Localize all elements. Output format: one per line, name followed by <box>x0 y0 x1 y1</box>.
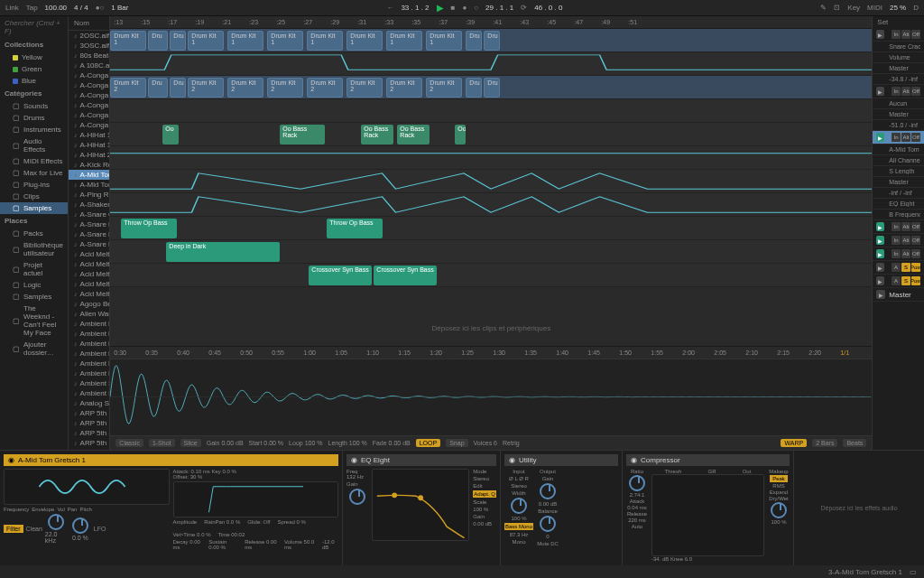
device-power-icon[interactable]: ◉ <box>351 456 357 464</box>
track-play-icon[interactable]: ▶ <box>876 87 884 96</box>
file-item[interactable]: ♪Ambient Encounters - C6.aif <box>69 368 109 378</box>
file-item[interactable]: ♪A-Snare Ludwig 1 X-Stick.aif <box>69 239 109 249</box>
file-item[interactable]: ♪A-HiHat 2 Closed B.aif <box>69 150 109 160</box>
clip[interactable]: Drum Kit 2 <box>267 78 303 98</box>
file-item[interactable]: ♪A-HiHat 1 Half Open A.aif <box>69 130 109 140</box>
clip[interactable]: Throw Op Bass <box>327 219 383 238</box>
category-item[interactable]: ▢Drums <box>0 112 68 124</box>
file-item[interactable]: ♪Acid Meltdown - C4.aif <box>69 279 109 289</box>
clip[interactable]: Drum Kit 1 <box>346 31 383 51</box>
file-item[interactable]: ♪Acid Meltdown - C1.aif <box>69 249 109 259</box>
file-item[interactable]: ♪3OSC.aif <box>69 41 109 51</box>
time-signature[interactable]: 4 / 4 <box>74 4 88 12</box>
track-header[interactable]: ▶6 Crossover Syn BassInAltOff <box>873 247 924 261</box>
place-item[interactable]: ▢The Weeknd - Can't Feel My Face <box>0 303 68 339</box>
clip[interactable]: Oo <box>162 125 179 144</box>
clip[interactable]: Crossover Syn Bass <box>374 266 437 285</box>
quantize-value[interactable]: 1 Bar <box>111 4 128 12</box>
clip[interactable]: Drum Kit 1 <box>267 31 303 51</box>
clip[interactable]: Drum Kit 2 <box>386 78 422 98</box>
return-track[interactable]: ▶A Reverb | CompressorASPost <box>873 261 924 275</box>
track-row[interactable]: Drum Kit 1DruDruDrum Kit 1Drum Kit 1Drum… <box>110 29 872 52</box>
clip[interactable]: Oo Bass Rack <box>280 125 325 144</box>
classic-tab[interactable]: Classic <box>116 439 143 447</box>
snap-toggle[interactable]: Snap <box>446 439 467 447</box>
clip[interactable]: Dru <box>466 78 482 98</box>
track-play-icon[interactable]: ▶ <box>876 30 884 39</box>
track-header[interactable]: ▶3 A-Mid Tom Gretsch 1InAltOff <box>873 131 924 144</box>
file-item[interactable]: ♪Ambient Shaker-80bpm.wav <box>69 378 109 388</box>
category-item[interactable]: ▢Instruments <box>0 124 68 135</box>
clip[interactable]: Drum Kit 1 <box>426 31 462 51</box>
file-item[interactable]: ♪A-Mid Tom Gretsch 1.aif <box>69 170 109 180</box>
arrangement-pos[interactable]: 29 . 1 . 1 <box>485 4 513 12</box>
clip[interactable]: Drum Kit 2 <box>110 78 146 98</box>
automation-icon[interactable]: ⊡ <box>834 4 840 12</box>
pencil-icon[interactable]: ✎ <box>820 4 827 12</box>
clip[interactable]: Throw Op Bass <box>121 219 177 238</box>
tempo-value[interactable]: 100.00 <box>45 4 67 12</box>
file-item[interactable]: ♪A-Snare Ludwig 1 A.aif <box>69 229 109 239</box>
play-button[interactable]: ▶ <box>437 3 444 13</box>
device-drop-zone[interactable]: Déposez ici les effets audio <box>794 451 924 565</box>
clip[interactable]: Dru <box>148 78 168 98</box>
file-item[interactable]: ♪Analog Stab.wav <box>69 398 109 408</box>
category-item[interactable]: ▢Max for Live <box>0 167 68 179</box>
clip[interactable]: Drum Kit 1 <box>386 31 422 51</box>
overdub-icon[interactable]: ○ <box>474 4 478 12</box>
file-item[interactable]: ♪Alien Warning FX.aif <box>69 309 109 319</box>
place-item[interactable]: ▢Logic <box>0 279 68 291</box>
clip[interactable]: Dru <box>466 31 482 51</box>
follow-icon[interactable]: ← <box>386 4 393 12</box>
clip[interactable]: Drum Kit 1 <box>227 31 263 51</box>
track-row[interactable] <box>110 52 872 76</box>
tap-button[interactable]: Tap <box>26 4 38 12</box>
drop-zone[interactable]: Déposez ici les clips et périphériques <box>110 310 872 346</box>
file-item[interactable]: ♪A-Conga Hi Muted 1.aif <box>69 70 109 80</box>
file-item[interactable]: ♪A-Conga Low Ring 2.aif <box>69 100 109 110</box>
place-item[interactable]: ▢Bibliothèque utilisateur <box>0 239 68 259</box>
bars-value[interactable]: 2 Bars <box>812 439 837 447</box>
file-item[interactable]: ♪A-Shaker 1.aif <box>69 200 109 210</box>
track-row[interactable]: Crossover Syn BassCrossover Syn Bass <box>110 264 872 287</box>
device-title[interactable]: ◉Utility <box>504 454 618 466</box>
clip[interactable]: Drum Kit 2 <box>346 78 383 98</box>
device-title[interactable]: ◉A-Mid Tom Gretsch 1 <box>4 454 338 466</box>
loop-length[interactable]: 46 . 0 . 0 <box>534 4 562 12</box>
record-button[interactable]: ● <box>462 4 467 12</box>
file-item[interactable]: ♪Ambient Encounters - C1.aif <box>69 319 109 329</box>
track-row[interactable]: Drum Kit 2DruDruDrum Kit 2Drum Kit 2Drum… <box>110 76 872 99</box>
place-item[interactable]: ▢Samples <box>0 291 68 303</box>
slice-tab[interactable]: Slice <box>180 439 201 447</box>
track-header[interactable]: ▶1 Drum Kit 1InAltOff <box>873 28 924 42</box>
track-row[interactable]: Deep in Dark <box>110 240 872 264</box>
loop-icon[interactable]: ⟳ <box>521 4 527 12</box>
metronome-icon[interactable]: ●○ <box>96 4 105 12</box>
file-item[interactable]: ♪A-Conga Hi Slap 1.aif <box>69 80 109 90</box>
track-play-icon[interactable]: ▶ <box>876 249 884 258</box>
filelist-header[interactable]: Nom <box>69 16 109 31</box>
clip[interactable]: Drum Kit 2 <box>227 78 263 98</box>
clip[interactable]: Drum Kit 1 <box>188 31 224 51</box>
file-item[interactable]: ♪ARP 5th - C2.aif <box>69 428 109 438</box>
file-item[interactable]: ♪Ambient Swells.wav <box>69 388 109 398</box>
file-item[interactable]: ♪2OSC.aif <box>69 31 109 41</box>
category-item[interactable]: ▢Plug-ins <box>0 179 68 191</box>
stop-button[interactable]: ■ <box>451 4 456 12</box>
category-item[interactable]: ▢MIDI Effects <box>0 155 68 167</box>
track-row[interactable] <box>110 99 872 123</box>
track-row[interactable]: Throw Op BassThrow Op Bass <box>110 217 872 240</box>
file-item[interactable]: ♪A-Conga Low Slap 1.aif <box>69 110 109 120</box>
device-power-icon[interactable]: ◉ <box>631 456 637 464</box>
clip[interactable]: Drum Kit 2 <box>307 78 343 98</box>
device-title[interactable]: ◉EQ Eight <box>346 454 496 466</box>
clip[interactable]: Oo <box>455 125 466 144</box>
file-item[interactable]: ♪Acid Meltdown - C2.aif <box>69 259 109 269</box>
file-item[interactable]: ♪A-Conga Low Ring 1.aif <box>69 90 109 100</box>
clip[interactable]: Oo Bass Rack <box>361 125 393 144</box>
sample-waveform[interactable] <box>110 359 872 435</box>
device-power-icon[interactable]: ◉ <box>509 456 515 464</box>
clip[interactable]: Dru <box>170 31 186 51</box>
track-play-icon[interactable]: ▶ <box>876 133 884 142</box>
file-item[interactable]: ♪Ambient Encounters - C4.aif <box>69 349 109 359</box>
